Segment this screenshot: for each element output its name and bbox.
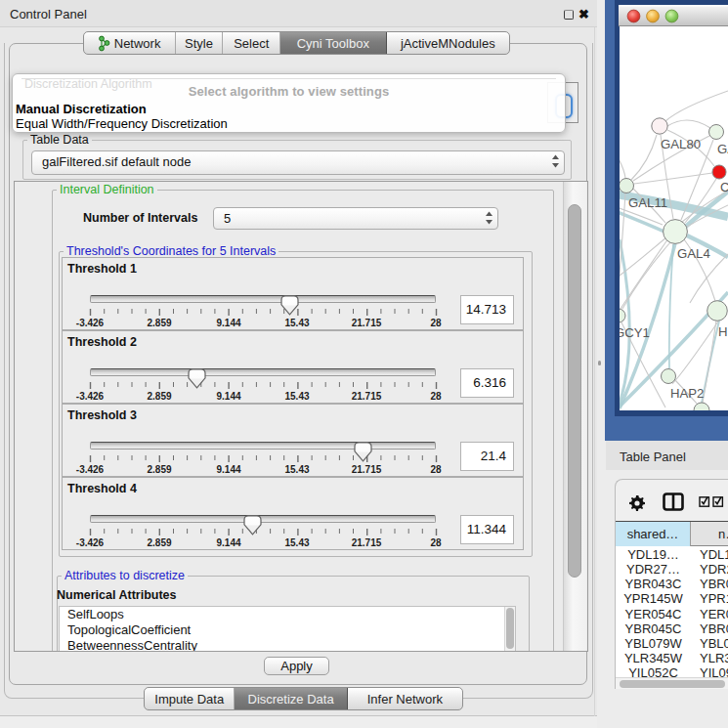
svg-text:GAL11: GAL11 xyxy=(628,195,667,210)
svg-text:GCY1: GCY1 xyxy=(615,325,650,340)
svg-text:HAP2: HAP2 xyxy=(670,386,704,401)
svg-text:C: C xyxy=(720,180,728,194)
svg-text:GAL80: GAL80 xyxy=(661,137,701,151)
svg-text:GAL: GAL xyxy=(717,142,728,156)
svg-text:GAL4: GAL4 xyxy=(677,246,710,261)
svg-text:H: H xyxy=(718,324,728,339)
